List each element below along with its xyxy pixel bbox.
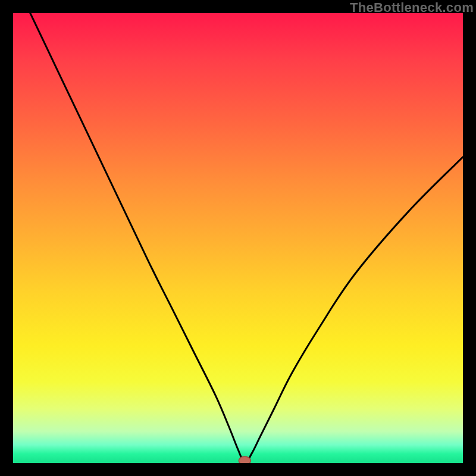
outer-frame: TheBottleneck.com [0, 0, 476, 476]
plot-area [13, 13, 463, 463]
bottleneck-curve [13, 13, 463, 463]
chart-svg [13, 13, 463, 463]
minimum-marker [239, 456, 250, 463]
